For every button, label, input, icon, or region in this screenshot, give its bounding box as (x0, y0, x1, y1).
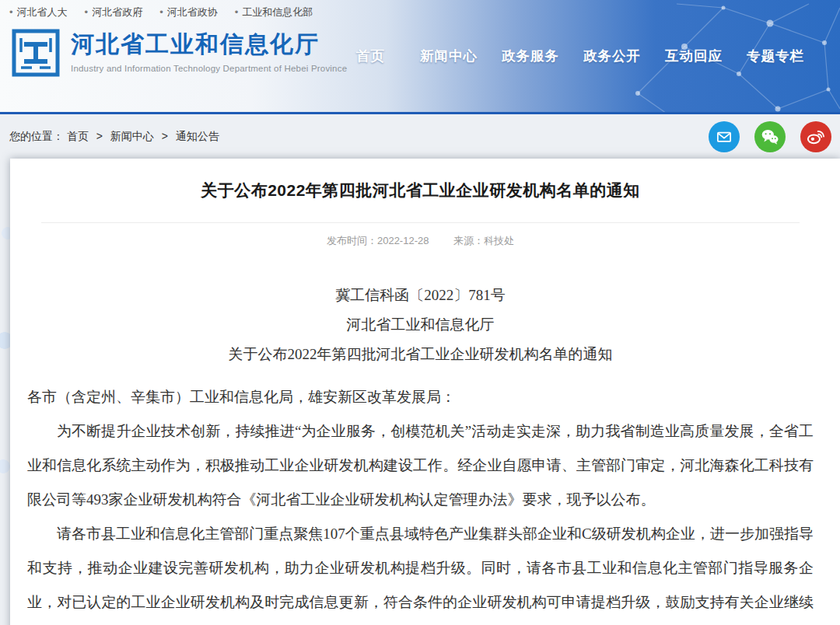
wechat-share-button[interactable] (754, 121, 786, 152)
nav-item-disclosure[interactable]: 政务公开 (583, 47, 641, 65)
nav-item-services[interactable]: 政务服务 (502, 47, 559, 65)
breadcrumb-label: 您的位置： (9, 130, 64, 142)
topbar-link-zhengfu[interactable]: •河北省政府 (85, 5, 143, 19)
article-meta: 发布时间：2022-12-28 来源：科技处 (27, 234, 814, 248)
breadcrumb-separator: > (96, 130, 103, 142)
site-title: 河北省工业和信息化厅 (71, 30, 347, 59)
main-nav: 首页 新闻中心 政务服务 政务公开 互动回应 专题专栏 (356, 47, 804, 65)
topbar-link-label: 工业和信息化部 (242, 6, 313, 18)
page-title: 关于公布2022年第四批河北省工业企业研发机构名单的通知 (27, 180, 814, 201)
bullet-icon: • (159, 6, 163, 18)
topbar: •河北省人大 •河北省政府 •河北省政协 •工业和信息化部 (0, 0, 840, 19)
breadcrumb-news-center[interactable]: 新闻中心 (110, 130, 154, 142)
header-main: 河北省工业和信息化厅 Industry and Information Tech… (11, 28, 347, 78)
paragraph: 请各市县工业和信息化主管部门重点聚焦107个重点县域特色产业集群头部企业和C级研… (27, 517, 814, 625)
article-source: 来源：科技处 (453, 235, 514, 246)
site-subtitle: Industry and Information Technology Depa… (71, 64, 347, 73)
article-body: 冀工信科函〔2022〕781号 河北省工业和信息化厅 关于公布2022年第四批河… (27, 281, 814, 625)
breadcrumb: 您的位置： 首页 > 新闻中心 > 通知公告 (9, 130, 219, 144)
weibo-share-button[interactable] (800, 121, 831, 152)
paragraph: 为不断提升企业技术创新，持续推进“为企业服务，创模范机关”活动走实走深，助力我省… (27, 414, 814, 517)
topbar-link-label: 河北省人大 (17, 6, 68, 18)
weibo-icon (806, 127, 826, 147)
document-head: 冀工信科函〔2022〕781号 河北省工业和信息化厅 关于公布2022年第四批河… (27, 281, 814, 369)
topbar-link-zhengxie[interactable]: •河北省政协 (159, 5, 218, 19)
document-text: 各市（含定州、辛集市）工业和信息化局，雄安新区改革发展局： 为不断提升企业技术创… (27, 380, 814, 625)
breadcrumb-separator: > (162, 130, 168, 142)
breadcrumb-notices[interactable]: 通知公告 (176, 130, 219, 142)
breadcrumb-home[interactable]: 首页 (67, 130, 89, 142)
salutation: 各市（含定州、辛集市）工业和信息化局，雄安新区改革发展局： (27, 380, 814, 414)
email-share-button[interactable] (709, 121, 740, 152)
title-divider (41, 222, 800, 223)
nav-item-home[interactable]: 首页 (356, 47, 385, 65)
breadcrumb-row: 您的位置： 首页 > 新闻中心 > 通知公告 (0, 114, 840, 159)
doc-number: 冀工信科函〔2022〕781号 (27, 281, 814, 310)
site-identity: 河北省工业和信息化厅 Industry and Information Tech… (71, 28, 347, 73)
publish-time: 发布时间：2022-12-28 (327, 235, 429, 246)
nav-item-special[interactable]: 专题专栏 (747, 47, 804, 65)
nav-item-news[interactable]: 新闻中心 (420, 47, 478, 65)
share-buttons (709, 121, 831, 152)
topbar-link-miit[interactable]: •工业和信息化部 (235, 5, 313, 19)
topbar-link-label: 河北省政府 (92, 6, 142, 18)
nav-item-interaction[interactable]: 互动回应 (665, 47, 723, 65)
topbar-link-label: 河北省政协 (167, 6, 218, 18)
site-logo-icon[interactable] (11, 28, 61, 78)
wechat-icon (760, 127, 780, 147)
site-header: •河北省人大 •河北省政府 •河北省政协 •工业和信息化部 河北省工业和信息化厅… (0, 0, 840, 114)
bullet-icon: • (9, 6, 13, 18)
bullet-icon: • (235, 6, 239, 18)
email-icon (714, 127, 734, 147)
topbar-link-renda[interactable]: •河北省人大 (9, 5, 68, 19)
bullet-icon: • (85, 6, 89, 18)
article-card: 关于公布2022年第四批河北省工业企业研发机构名单的通知 发布时间：2022-1… (10, 159, 840, 625)
doc-issuer: 河北省工业和信息化厅 (27, 310, 814, 340)
doc-title: 关于公布2022年第四批河北省工业企业研发机构名单的通知 (27, 340, 814, 369)
